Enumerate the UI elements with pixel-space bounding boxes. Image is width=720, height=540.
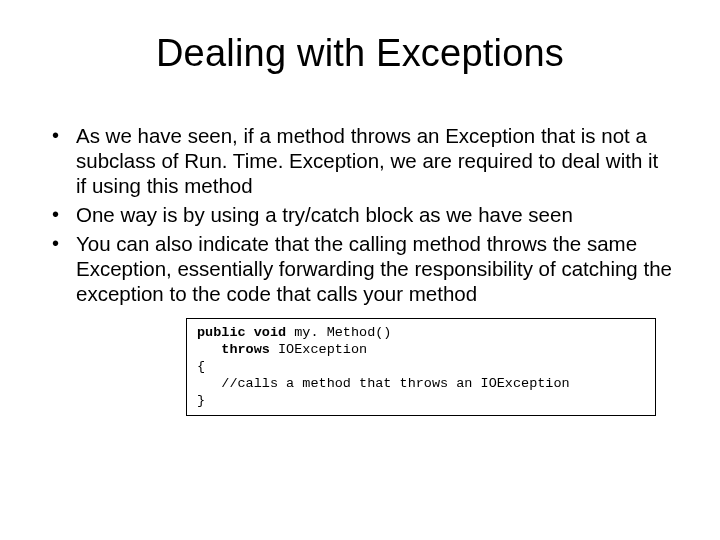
bullet-item: One way is by using a try/catch block as…: [48, 202, 672, 227]
slide-title: Dealing with Exceptions: [36, 32, 684, 75]
bullet-list: As we have seen, if a method throws an E…: [36, 123, 684, 306]
code-indent: [197, 376, 221, 391]
bullet-item: You can also indicate that the calling m…: [48, 231, 672, 306]
code-brace-close: }: [197, 393, 205, 408]
keyword-void: void: [254, 325, 286, 340]
code-throws-rest: IOException: [270, 342, 367, 357]
code-indent: [197, 342, 221, 357]
code-sig-rest: my. Method(): [286, 325, 391, 340]
code-comment: //calls a method that throws an IOExcept…: [221, 376, 569, 391]
code-block: public void my. Method() throws IOExcept…: [186, 318, 656, 416]
keyword-throws: throws: [221, 342, 270, 357]
code-brace-open: {: [197, 359, 205, 374]
bullet-item: As we have seen, if a method throws an E…: [48, 123, 672, 198]
slide: Dealing with Exceptions As we have seen,…: [0, 0, 720, 540]
keyword-public: public: [197, 325, 246, 340]
